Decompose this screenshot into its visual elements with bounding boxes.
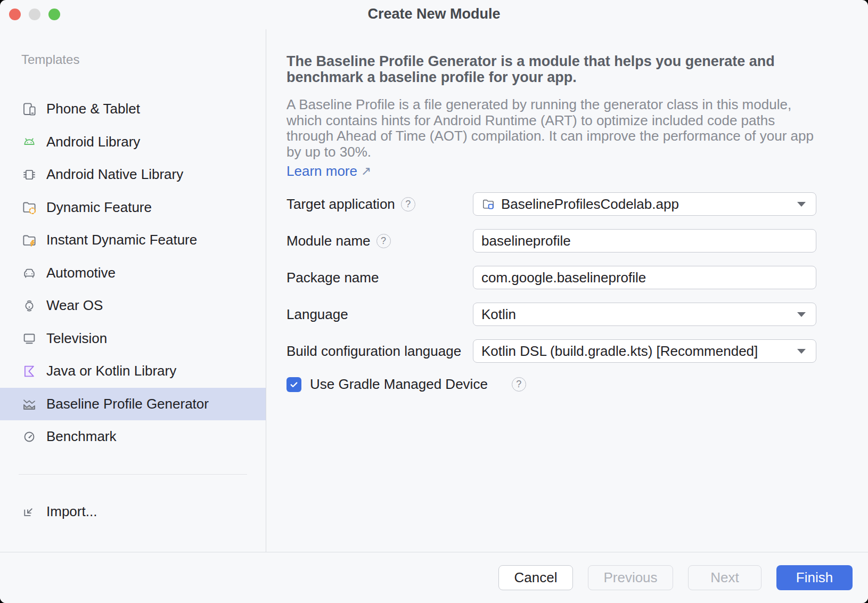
package-name-input[interactable] xyxy=(473,266,816,289)
target-application-row: Target application BaselineProfilesCodel… xyxy=(286,192,847,216)
watch-icon xyxy=(21,298,37,314)
dialog-footer: Cancel Previous Next Finish xyxy=(0,552,868,603)
sidebar-item-label: Instant Dynamic Feature xyxy=(46,232,197,248)
previous-button[interactable]: Previous xyxy=(588,565,673,590)
sidebar-item-label: Automotive xyxy=(46,265,116,281)
speedometer-icon xyxy=(21,429,37,445)
use-gradle-managed-device-checkbox[interactable] xyxy=(286,377,301,392)
sidebar-item-automotive[interactable]: Automotive xyxy=(0,257,266,290)
sidebar-item-android-native-library[interactable]: Android Native Library xyxy=(0,158,266,191)
phone-tablet-icon xyxy=(21,101,37,117)
tv-icon xyxy=(21,330,37,346)
templates-sidebar: Templates Phone & Tablet xyxy=(0,29,266,552)
build-configuration-language-dropdown[interactable]: Kotlin DSL (build.gradle.kts) [Recommend… xyxy=(473,339,816,363)
create-new-module-dialog: Create New Module Templates Phone & Tabl… xyxy=(0,0,868,603)
sidebar-item-baseline-profile-generator[interactable]: Baseline Profile Generator xyxy=(0,388,266,421)
dropdown-caret-icon xyxy=(797,312,806,317)
build-configuration-language-value: Kotlin DSL (build.gradle.kts) [Recommend… xyxy=(481,343,758,360)
dialog-title: Create New Module xyxy=(0,6,868,22)
folder-dashed-circle-icon xyxy=(21,199,37,215)
sidebar-item-java-kotlin-library[interactable]: Java or Kotlin Library xyxy=(0,355,266,388)
sidebar-item-label: Android Library xyxy=(46,134,140,150)
sidebar-item-dynamic-feature[interactable]: Dynamic Feature xyxy=(0,191,266,224)
sidebar-item-label: Java or Kotlin Library xyxy=(46,363,176,379)
dropdown-caret-icon xyxy=(797,202,806,207)
external-link-arrow-icon: ↗ xyxy=(361,164,371,178)
module-config-panel: The Baseline Profile Generator is a modu… xyxy=(266,29,868,552)
next-button[interactable]: Next xyxy=(688,565,761,590)
sidebar-item-label: Phone & Tablet xyxy=(46,101,140,117)
build-configuration-language-row: Build configuration language Kotlin DSL … xyxy=(286,339,847,363)
target-application-dropdown[interactable]: BaselineProfilesCodelab.app xyxy=(473,192,816,216)
module-name-label: Module name xyxy=(286,233,371,249)
language-row: Language Kotlin xyxy=(286,303,847,326)
target-application-label: Target application xyxy=(286,196,395,213)
sidebar-divider xyxy=(19,474,247,475)
help-icon[interactable] xyxy=(401,197,415,211)
templates-header: Templates xyxy=(21,52,266,67)
chip-icon xyxy=(21,167,37,183)
folder-lightning-icon xyxy=(21,232,37,248)
module-form: Target application BaselineProfilesCodel… xyxy=(286,192,847,393)
module-description-text: A Baseline Profile is a file generated b… xyxy=(286,97,819,160)
cancel-button[interactable]: Cancel xyxy=(498,565,573,590)
sidebar-item-label: Import... xyxy=(46,503,97,520)
sidebar-item-television[interactable]: Television xyxy=(0,322,266,355)
module-name-row: Module name xyxy=(286,229,847,252)
import-icon xyxy=(21,503,37,519)
use-gradle-managed-device-row: Use Gradle Managed Device xyxy=(286,376,847,393)
titlebar: Create New Module xyxy=(0,0,868,29)
sidebar-item-benchmark[interactable]: Benchmark xyxy=(0,420,266,453)
language-value: Kotlin xyxy=(481,306,516,323)
kotlin-icon xyxy=(21,363,37,379)
finish-button[interactable]: Finish xyxy=(776,565,853,590)
android-icon xyxy=(21,134,37,150)
learn-more-link[interactable]: Learn more ↗ xyxy=(286,163,371,180)
templates-list: Phone & Tablet Android Library xyxy=(0,93,266,453)
package-name-row: Package name xyxy=(286,266,847,289)
use-gradle-managed-device-label: Use Gradle Managed Device xyxy=(310,376,488,393)
sidebar-item-label: Benchmark xyxy=(46,428,117,445)
target-application-value: BaselineProfilesCodelab.app xyxy=(501,196,679,213)
package-name-label: Package name xyxy=(286,270,379,286)
sidebar-item-label: Television xyxy=(46,330,107,347)
language-dropdown[interactable]: Kotlin xyxy=(473,303,816,326)
build-configuration-language-label: Build configuration language xyxy=(286,343,461,360)
sidebar-item-import[interactable]: Import... xyxy=(0,495,266,528)
dropdown-caret-icon xyxy=(797,349,806,354)
module-intro-text: The Baseline Profile Generator is a modu… xyxy=(286,53,800,85)
line-chart-icon xyxy=(21,396,37,412)
sidebar-item-label: Dynamic Feature xyxy=(46,199,152,216)
language-label: Language xyxy=(286,306,348,323)
help-icon[interactable] xyxy=(512,377,526,392)
sidebar-item-label: Wear OS xyxy=(46,297,103,314)
sidebar-item-instant-dynamic-feature[interactable]: Instant Dynamic Feature xyxy=(0,224,266,257)
sidebar-item-label: Android Native Library xyxy=(46,166,183,183)
learn-more-label: Learn more xyxy=(286,163,357,180)
sidebar-item-label: Baseline Profile Generator xyxy=(46,396,209,412)
module-name-input[interactable] xyxy=(473,229,816,252)
help-icon[interactable] xyxy=(376,234,391,248)
sidebar-item-wear-os[interactable]: Wear OS xyxy=(0,289,266,322)
sidebar-item-android-library[interactable]: Android Library xyxy=(0,126,266,159)
module-folder-icon xyxy=(481,197,495,211)
car-icon xyxy=(21,265,37,281)
sidebar-item-phone-tablet[interactable]: Phone & Tablet xyxy=(0,93,266,126)
